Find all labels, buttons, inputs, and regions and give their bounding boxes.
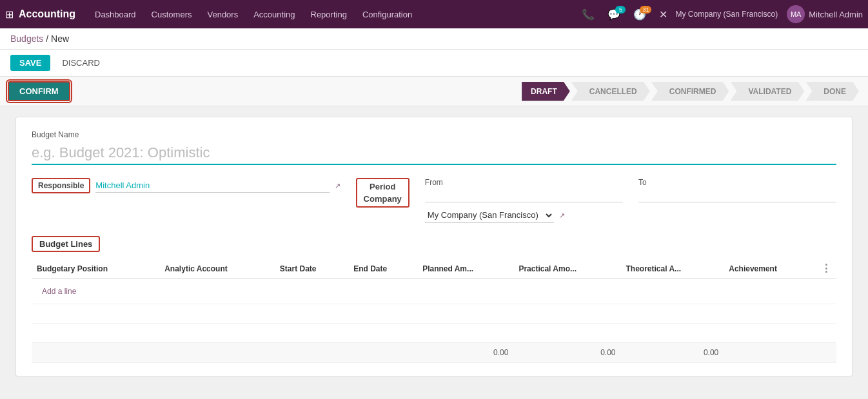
close-icon[interactable]: ✕ (654, 6, 673, 23)
col-start-date: Start Date (275, 258, 348, 279)
from-date-input[interactable] (425, 188, 623, 202)
summary-practical-amount: 0.00 (513, 343, 620, 363)
nav-vendors[interactable]: Vendors (201, 7, 244, 22)
to-label: To (638, 178, 836, 187)
breadcrumb-separator: / (46, 34, 51, 44)
avatar: MA (787, 5, 805, 23)
from-field-group: From (425, 178, 623, 202)
col-practical-amount: Practical Amo... (513, 258, 620, 279)
summary-theoretical-amount: 0.00 (620, 343, 724, 363)
to-field-group: To (638, 178, 836, 202)
col-end-date: End Date (348, 258, 417, 279)
summary-empty (32, 343, 417, 363)
summary-planned-amount: 0.00 (417, 343, 513, 363)
top-navigation: ⊞ Accounting Dashboard Customers Vendors… (0, 0, 868, 28)
breadcrumb-parent[interactable]: Budgets (10, 34, 43, 44)
nav-configuration[interactable]: Configuration (356, 7, 419, 22)
nav-reporting[interactable]: Reporting (304, 7, 353, 22)
responsible-ext-link[interactable]: ↗ (335, 182, 340, 190)
summary-menu (816, 343, 836, 363)
nav-dashboard[interactable]: Dashboard (88, 7, 143, 22)
chat-badge: 5 (615, 6, 626, 14)
company-row: My Company (San Francisco) ↗ (425, 208, 836, 223)
empty-row-1 (32, 304, 836, 324)
budget-lines-label: Budget Lines (39, 239, 92, 249)
responsible-input[interactable] (95, 179, 329, 193)
fields-row: Responsible ↗ Period Company From (32, 178, 836, 223)
col-menu[interactable]: ⋮ (816, 258, 836, 279)
col-analytic-account: Analytic Account (159, 258, 275, 279)
responsible-label: Responsible (32, 178, 90, 193)
workflow-bar: CONFIRM DRAFT CANCELLED CONFIRMED VALIDA… (0, 77, 868, 106)
table-menu-icon[interactable]: ⋮ (821, 263, 831, 274)
save-button[interactable]: SAVE (10, 55, 50, 71)
main-content: Budget Name Responsible ↗ Period Company (0, 106, 868, 387)
empty-row-2 (32, 324, 836, 343)
discard-button[interactable]: DISCARD (55, 55, 106, 71)
user-area[interactable]: MA Mitchell Admin (787, 5, 863, 23)
status-draft: DRAFT (522, 82, 570, 101)
clock-badge: 31 (640, 6, 651, 14)
action-bar: SAVE DISCARD (0, 50, 868, 77)
company-label-inline: Company (364, 194, 402, 204)
status-validated: VALIDATED (730, 82, 804, 101)
breadcrumb: Budgets / New (0, 28, 868, 50)
form-card: Budget Name Responsible ↗ Period Company (15, 117, 853, 376)
nav-customers[interactable]: Customers (145, 7, 199, 22)
from-label: From (425, 178, 623, 187)
summary-row: 0.00 0.00 0.00 (32, 343, 836, 363)
status-pipeline: DRAFT CANCELLED CONFIRMED VALIDATED DONE (522, 82, 860, 101)
col-budgetary-position: Budgetary Position (32, 258, 159, 279)
add-line-row: Add a line (32, 279, 836, 304)
company-select[interactable]: My Company (San Francisco) (425, 208, 554, 223)
user-name: Mitchell Admin (809, 10, 863, 19)
summary-achievement (724, 343, 816, 363)
nav-accounting[interactable]: Accounting (247, 7, 301, 22)
clock-icon[interactable]: 🕐 31 (628, 6, 651, 23)
company-name: My Company (San Francisco) (675, 10, 778, 19)
breadcrumb-current: New (51, 34, 69, 44)
status-confirmed: CONFIRMED (651, 82, 729, 101)
budget-name-label: Budget Name (32, 130, 836, 139)
phone-icon[interactable]: 📞 (577, 6, 600, 23)
budget-lines-section-header: Budget Lines (32, 236, 100, 252)
col-achievement: Achievement (724, 258, 816, 279)
period-company-block: Period Company (356, 178, 409, 208)
budget-table: Budgetary Position Analytic Account Star… (32, 258, 836, 363)
col-planned-amount: Planned Am... (417, 258, 513, 279)
to-date-input[interactable] (638, 188, 836, 202)
grid-icon[interactable]: ⊞ (5, 8, 14, 21)
col-theoretical-amount: Theoretical A... (620, 258, 724, 279)
app-name: Accounting (19, 8, 75, 20)
company-ext-link[interactable]: ↗ (559, 211, 565, 220)
budget-name-input[interactable] (32, 142, 836, 165)
period-label: Period (364, 182, 402, 191)
status-done: DONE (805, 82, 859, 101)
add-line-button[interactable]: Add a line (37, 283, 81, 300)
status-cancelled: CANCELLED (571, 82, 650, 101)
chat-icon[interactable]: 💬 5 (602, 6, 626, 23)
confirm-button[interactable]: CONFIRM (8, 81, 70, 101)
